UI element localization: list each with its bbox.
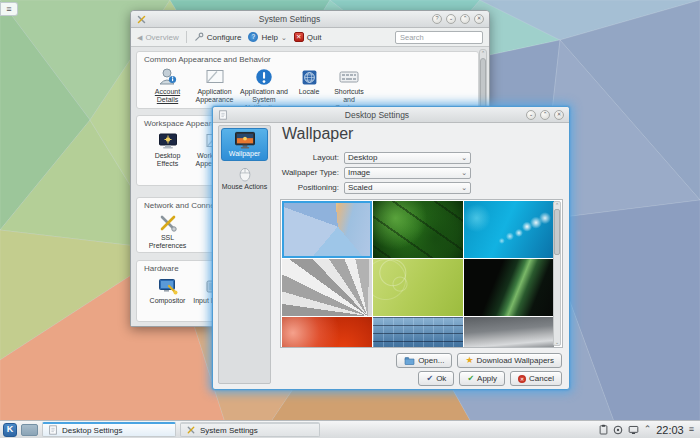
thumbnail-storm-clouds[interactable] [464,317,554,348]
sidebar-item-mouse-actions[interactable]: Mouse Actions [221,163,268,193]
thumbnail-triangles-default[interactable] [282,201,372,258]
task-system-settings[interactable]: System Settings [180,422,320,437]
display-icon[interactable] [628,425,639,435]
section-items: Account Details Application Appearance [144,66,471,109]
window-title: System Settings [151,14,428,24]
minimize-button[interactable]: ⌄ [526,110,536,120]
scrollbar-handle[interactable] [554,209,560,255]
module-application-appearance[interactable]: Application Appearance [191,66,238,109]
notifier-icon[interactable] [613,425,623,435]
desktop-pager[interactable] [21,424,38,436]
task-desktop-settings[interactable]: Desktop Settings [42,422,176,437]
section-common-appearance: Common Appearance and Behavior Account D… [136,51,479,109]
close-button[interactable]: ✕ [474,14,484,24]
clipboard-icon[interactable] [599,424,608,435]
app-launcher-button[interactable]: K [3,423,17,437]
layout-select[interactable]: Desktop ⌄ [344,152,471,164]
quit-button[interactable]: ✕ Quit [294,32,322,42]
notifications-icon [238,66,290,88]
wrench-icon [194,32,204,42]
search-input[interactable] [395,31,483,44]
module-ssl-preferences[interactable]: SSL Preferences [144,212,191,250]
system-settings-icon [186,425,196,435]
layout-label: Layout: [276,153,344,162]
help-button[interactable]: ? Help ⌄ [248,32,286,42]
shortcuts-icon [328,66,370,88]
folder-icon [404,356,415,365]
thumbnail-blue-tiles[interactable] [373,317,463,348]
check-icon: ✔ [467,375,474,383]
positioning-select[interactable]: Scaled ⌄ [344,182,471,194]
system-settings-app-icon [136,14,147,25]
configure-button[interactable]: Configure [194,32,242,42]
wallpaper-grid: ⌃ ⌄ [280,199,563,348]
open-button[interactable]: Open... [396,353,452,368]
thumbnail-red-flowers[interactable] [282,317,372,348]
scroll-up-icon: ⌃ [481,51,485,56]
maximize-button[interactable]: ⌃ [540,110,550,120]
help-window-button[interactable]: ? [432,14,442,24]
kde-logo-icon: K [7,425,14,434]
apply-button[interactable]: ✔ Apply [459,371,505,386]
overview-button[interactable]: ◀ Overview [137,33,179,42]
positioning-label: Positioning: [276,183,344,192]
section-title: Common Appearance and Behavior [144,55,471,64]
system-tray: ⌃ 22:03 ≡ [599,424,697,436]
dialog-app-icon [218,110,228,120]
wallpaper-thumbnails [282,201,554,348]
module-locale[interactable]: Locale [290,66,328,109]
form-row-layout: Layout: Desktop ⌄ [276,151,471,164]
system-settings-titlebar[interactable]: System Settings ? ⌄ ⌃ ✕ [131,11,489,28]
desktop-toolbox-button[interactable]: ≡ [0,2,18,16]
application-appearance-icon [191,66,238,88]
module-notifications[interactable]: Application and System Notifications [238,66,290,109]
thumbnail-gray-rays[interactable] [282,259,372,316]
cancel-icon: ✕ [518,375,526,383]
thumbnail-green-circles[interactable] [373,259,463,316]
download-wallpapers-button[interactable]: ★ Download Wallpapers [457,353,562,368]
expand-tray-icon[interactable]: ⌃ [644,425,652,434]
module-compositor[interactable]: Compositor [144,275,191,305]
module-desktop-effects[interactable]: Desktop Effects [144,130,191,168]
chevron-down-icon: ⌄ [461,154,467,161]
form-row-wallpaper-type: Wallpaper Type: Image ⌄ [276,166,471,179]
thumbnail-aurora[interactable] [464,259,554,316]
mouse-icon [238,165,252,183]
scroll-down-icon: ⌄ [555,339,559,345]
module-account-details[interactable]: Account Details [144,66,191,109]
locale-icon [290,66,328,88]
module-shortcuts-gestures[interactable]: Shortcuts and Gestures [328,66,370,109]
ok-button[interactable]: ✔ Ok [418,371,454,386]
minimize-button[interactable]: ⌄ [446,14,456,24]
dialog-title: Desktop Settings [232,110,522,120]
wallpaper-type-label: Wallpaper Type: [276,168,344,177]
action-buttons-row: ✔ Ok ✔ Apply ✕ Cancel [418,371,562,386]
account-details-icon [144,66,191,88]
cancel-button[interactable]: ✕ Cancel [510,371,562,386]
thumbnail-green-leaves[interactable] [373,201,463,258]
dialog-titlebar[interactable]: Desktop Settings ⌄ ⌃ ✕ [213,107,569,123]
help-icon: ? [248,32,258,42]
system-settings-toolbar: ◀ Overview Configure ? Help ⌄ ✕ Quit [131,28,489,47]
chevron-down-icon: ⌄ [461,184,467,191]
sidebar-item-wallpaper[interactable]: Wallpaper [221,128,268,161]
quit-icon: ✕ [294,32,304,42]
wallpaper-type-select[interactable]: Image ⌄ [344,167,471,179]
grid-scrollbar[interactable]: ⌃ ⌄ [553,201,561,346]
desktop-settings-dialog: Desktop Settings ⌄ ⌃ ✕ Wallpaper Mouse A… [212,106,570,390]
chevron-down-icon: ⌄ [461,169,467,176]
document-icon [48,425,58,435]
maximize-button[interactable]: ⌃ [460,14,470,24]
form-row-positioning: Positioning: Scaled ⌄ [276,181,471,194]
close-button[interactable]: ✕ [554,110,564,120]
wallpaper-icon [233,131,257,150]
panel-settings-icon[interactable]: ≡ [689,425,694,434]
clock[interactable]: 22:03 [656,424,684,436]
toolbar-separator [186,31,187,43]
hamburger-icon: ≡ [6,5,11,14]
check-icon: ✔ [426,375,433,383]
compositor-icon [144,275,191,297]
chevron-down-icon: ⌄ [281,34,287,41]
back-arrow-icon: ◀ [137,34,142,41]
thumbnail-blue-bokeh[interactable] [464,201,554,258]
